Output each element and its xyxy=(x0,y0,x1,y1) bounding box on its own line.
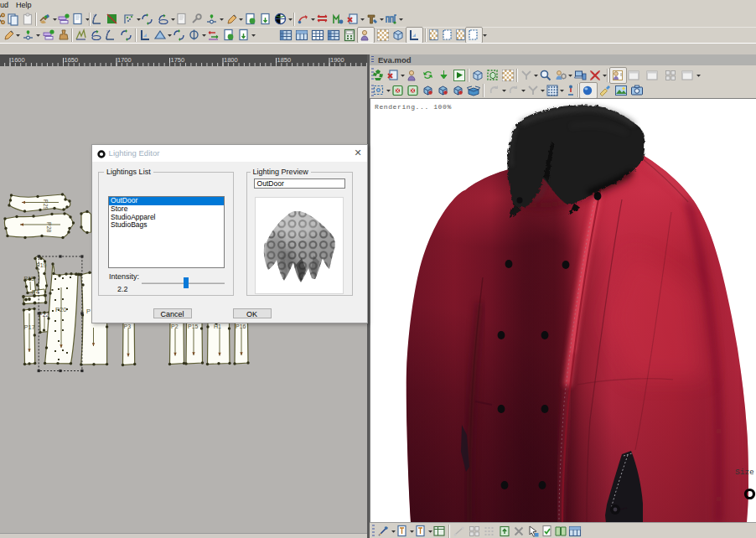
svg-text:P17: P17 xyxy=(24,323,35,331)
svg-text:1850: 1850 xyxy=(277,56,292,64)
svg-text:1700: 1700 xyxy=(117,56,132,64)
svg-text:P20: P20 xyxy=(55,306,66,313)
svg-text:P16: P16 xyxy=(236,323,246,329)
svg-text:1750: 1750 xyxy=(171,56,185,64)
svg-text:P3: P3 xyxy=(124,323,132,329)
svg-text:P2: P2 xyxy=(171,323,179,329)
svg-text:P15: P15 xyxy=(188,323,199,329)
svg-text:1600: 1600 xyxy=(11,56,25,64)
svg-text:P: P xyxy=(86,308,91,315)
svg-text:1800: 1800 xyxy=(224,56,238,64)
svg-text:P4: P4 xyxy=(32,289,39,295)
svg-text:P28: P28 xyxy=(46,222,52,233)
svg-text:1650: 1650 xyxy=(65,56,79,64)
svg-text:H1: H1 xyxy=(214,323,221,329)
svg-text:1900: 1900 xyxy=(330,56,344,64)
svg-text:P29: P29 xyxy=(43,199,49,210)
